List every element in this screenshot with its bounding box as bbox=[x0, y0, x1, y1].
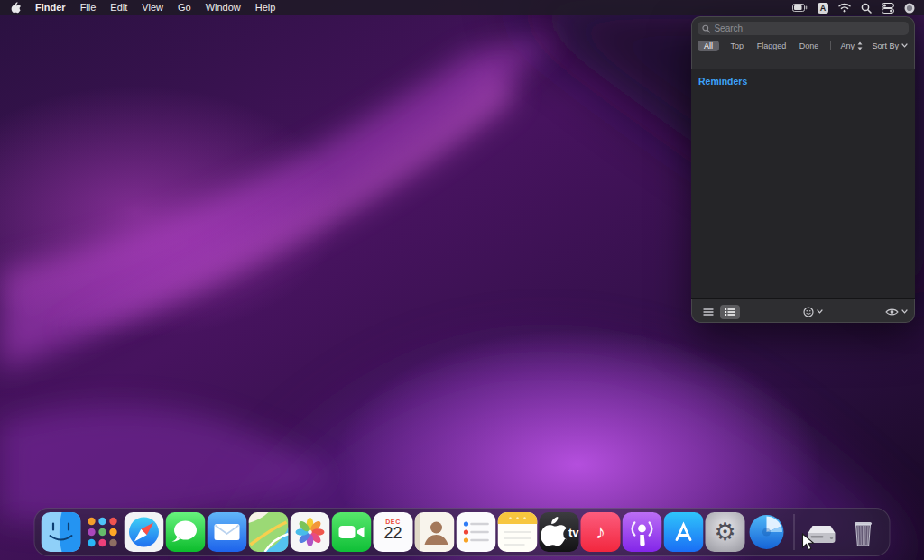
compact-list-view-button[interactable] bbox=[698, 305, 718, 319]
widget-content-area: Reminders bbox=[691, 69, 915, 299]
messages-bubble-icon bbox=[166, 512, 206, 552]
options-dropdown-button[interactable] bbox=[803, 307, 823, 317]
apple-menu[interactable] bbox=[9, 2, 28, 14]
dock-icon-photos[interactable] bbox=[291, 512, 330, 552]
chevron-down-icon bbox=[817, 309, 823, 314]
eye-icon bbox=[885, 308, 899, 317]
list-view-segmented-control bbox=[698, 305, 740, 319]
safari-compass-icon bbox=[125, 512, 164, 552]
dock-icon-finder[interactable] bbox=[42, 512, 81, 552]
search-field[interactable] bbox=[698, 22, 909, 35]
podcasts-icon bbox=[623, 512, 662, 552]
search-icon bbox=[702, 24, 710, 33]
dock-icon-app-store[interactable] bbox=[664, 512, 704, 552]
menu-view[interactable]: View bbox=[134, 0, 171, 15]
filter-flagged[interactable]: Flagged bbox=[755, 41, 789, 51]
input-source-icon[interactable]: A bbox=[818, 3, 828, 14]
search-input[interactable] bbox=[714, 23, 904, 33]
finder-icon bbox=[42, 512, 81, 552]
contacts-book-icon bbox=[415, 512, 455, 552]
menu-file[interactable]: File bbox=[73, 0, 104, 15]
menu-bar-status-area: A bbox=[792, 3, 915, 14]
battery-icon[interactable] bbox=[792, 4, 808, 12]
spotlight-search-icon[interactable] bbox=[861, 3, 872, 14]
dock-icon-trash[interactable] bbox=[844, 512, 883, 552]
siri-icon[interactable] bbox=[904, 3, 915, 14]
dock-icon-tv[interactable]: tv bbox=[540, 512, 579, 552]
music-note-icon: ♪ bbox=[596, 522, 605, 542]
any-dropdown-label: Any bbox=[840, 41, 855, 50]
trash-bin-icon bbox=[844, 512, 883, 552]
dock-icon-mail[interactable] bbox=[208, 512, 247, 552]
filter-divider bbox=[830, 41, 831, 50]
dock: DEC 22 bbox=[34, 508, 891, 556]
visibility-dropdown-button[interactable] bbox=[885, 308, 908, 317]
sort-by-label: Sort By bbox=[872, 41, 899, 50]
menu-go[interactable]: Go bbox=[171, 0, 199, 15]
dock-icon-music[interactable]: ♪ bbox=[581, 512, 621, 552]
any-dropdown[interactable]: Any bbox=[840, 41, 863, 50]
smiley-icon bbox=[803, 307, 814, 317]
gear-icon: ⚙ bbox=[714, 520, 735, 545]
menu-window[interactable]: Window bbox=[199, 0, 248, 15]
filter-done[interactable]: Done bbox=[798, 41, 821, 51]
control-center-icon[interactable] bbox=[882, 3, 894, 14]
facetime-camera-icon bbox=[332, 512, 372, 552]
mail-envelope-icon bbox=[208, 512, 247, 552]
dock-icon-system-preferences[interactable]: ⚙ bbox=[706, 512, 745, 552]
filter-top[interactable]: Top bbox=[729, 41, 746, 51]
mouse-cursor bbox=[801, 533, 815, 552]
desktop: Finder File Edit View Go Window Help A bbox=[0, 0, 924, 560]
menu-bar: Finder File Edit View Go Window Help A bbox=[0, 0, 924, 15]
menu-bar-left: Finder File Edit View Go Window Help bbox=[9, 0, 282, 15]
updown-stepper-icon bbox=[857, 41, 863, 50]
dock-icon-facetime[interactable] bbox=[332, 512, 372, 552]
filter-bar: All Top Flagged Done Any Sort By bbox=[691, 39, 915, 52]
filter-all[interactable]: All bbox=[698, 41, 719, 51]
maps-icon bbox=[249, 512, 289, 552]
dock-icon-calendar[interactable]: DEC 22 bbox=[374, 512, 413, 552]
notes-notepad-icon bbox=[498, 512, 538, 552]
bulleted-list-icon bbox=[725, 308, 735, 317]
dock-icon-daisydisk[interactable] bbox=[747, 512, 787, 552]
dock-icon-contacts[interactable] bbox=[415, 512, 455, 552]
menu-edit[interactable]: Edit bbox=[103, 0, 134, 15]
menu-help[interactable]: Help bbox=[248, 0, 283, 15]
detailed-list-view-button[interactable] bbox=[720, 305, 740, 319]
dock-icon-messages[interactable] bbox=[166, 512, 206, 552]
dock-icon-podcasts[interactable] bbox=[623, 512, 662, 552]
reminders-widget-panel: All Top Flagged Done Any Sort By Reminde… bbox=[691, 16, 915, 323]
reminders-section-title: Reminders bbox=[698, 76, 908, 87]
chevron-down-icon bbox=[901, 309, 908, 314]
widget-footer bbox=[691, 300, 915, 323]
disk-pie-icon bbox=[747, 512, 787, 552]
dock-icon-launchpad[interactable] bbox=[83, 512, 123, 552]
sort-by-dropdown[interactable]: Sort By bbox=[872, 41, 908, 50]
app-store-icon bbox=[664, 512, 704, 552]
dock-icon-notes[interactable] bbox=[498, 512, 538, 552]
reminders-list-icon bbox=[457, 512, 496, 552]
menu-app-name[interactable]: Finder bbox=[28, 0, 73, 15]
dock-icon-reminders[interactable] bbox=[457, 512, 496, 552]
compact-list-icon bbox=[703, 308, 714, 317]
tv-label: tv bbox=[568, 526, 579, 539]
apple-logo-icon bbox=[11, 2, 21, 14]
calendar-day-label: 22 bbox=[374, 525, 413, 543]
launchpad-grid-icon bbox=[83, 512, 123, 552]
dock-icon-maps[interactable] bbox=[249, 512, 289, 552]
apple-logo-icon bbox=[540, 512, 567, 552]
dock-icon-safari[interactable] bbox=[125, 512, 164, 552]
chevron-down-icon bbox=[901, 43, 908, 48]
dock-separator bbox=[794, 514, 795, 550]
wifi-icon[interactable] bbox=[838, 3, 851, 13]
photos-pinwheel-icon bbox=[291, 512, 330, 552]
